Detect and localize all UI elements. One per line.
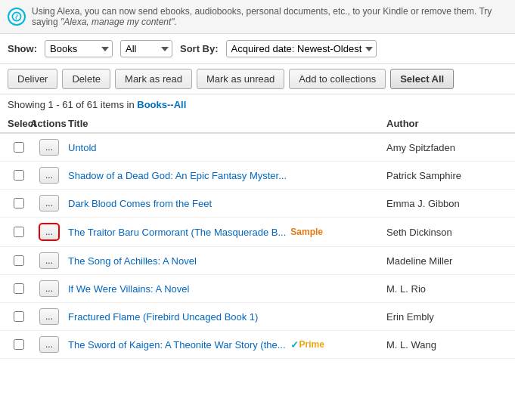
- col-title: Title: [68, 118, 386, 129]
- actions-cell: ...: [30, 195, 68, 212]
- title-link[interactable]: Dark Blood Comes from the Feet: [68, 198, 212, 209]
- checkbox-cell: [8, 170, 30, 181]
- mark-read-button[interactable]: Mark as read: [115, 69, 192, 89]
- showing-text: Showing 1 - 61 of 61 items in Books--All: [0, 94, 515, 115]
- actions-cell: ...: [30, 167, 68, 184]
- row-action-button[interactable]: ...: [39, 139, 59, 156]
- actions-row: Deliver Delete Mark as read Mark as unre…: [0, 64, 515, 94]
- title-link[interactable]: Untold: [68, 142, 97, 153]
- title-link[interactable]: If We Were Villains: A Novel: [68, 283, 189, 295]
- actions-cell: ...: [30, 336, 68, 353]
- col-select: Select: [8, 118, 30, 129]
- checkbox-cell: [8, 198, 30, 208]
- title-cell: The Traitor Baru Cormorant (The Masquera…: [68, 227, 386, 238]
- controls-row: Show: Books Periodicals Docs All All Unr…: [0, 34, 515, 64]
- delete-button[interactable]: Delete: [62, 69, 110, 89]
- table-row: ...UntoldAmy Spitzfaden: [0, 134, 515, 162]
- actions-cell: ...: [30, 139, 68, 156]
- alexa-icon: [8, 8, 26, 26]
- table-body: ...UntoldAmy Spitzfaden...Shadow of a De…: [0, 134, 515, 359]
- title-link[interactable]: The Sword of Kaigen: A Theonite War Stor…: [68, 339, 286, 351]
- author-cell: Amy Spitzfaden: [386, 142, 507, 153]
- table-row: ...Dark Blood Comes from the FeetEmma J.…: [0, 190, 515, 218]
- row-checkbox[interactable]: [14, 142, 24, 153]
- actions-cell: ...: [30, 280, 68, 297]
- table-row: ...The Sword of Kaigen: A Theonite War S…: [0, 331, 515, 359]
- row-checkbox[interactable]: [14, 339, 24, 350]
- title-cell: If We Were Villains: A Novel: [68, 283, 386, 295]
- title-cell: The Song of Achilles: A Novel: [68, 255, 386, 267]
- showing-location: Books--All: [137, 99, 186, 110]
- title-cell: Dark Blood Comes from the Feet: [68, 198, 386, 209]
- title-cell: Shadow of a Dead God: An Epic Fantasy My…: [68, 170, 386, 181]
- table-row: ...Shadow of a Dead God: An Epic Fantasy…: [0, 162, 515, 190]
- title-cell: The Sword of Kaigen: A Theonite War Stor…: [68, 339, 386, 351]
- checkbox-cell: [8, 311, 30, 322]
- checkbox-cell: [8, 255, 30, 266]
- row-checkbox[interactable]: [14, 283, 24, 294]
- row-checkbox[interactable]: [14, 311, 24, 322]
- title-cell: Fractured Flame (Firebird Uncaged Book 1…: [68, 311, 386, 323]
- row-action-button[interactable]: ...: [39, 336, 59, 353]
- add-collections-button[interactable]: Add to collections: [289, 69, 386, 89]
- top-banner: Using Alexa, you can now send ebooks, au…: [0, 0, 515, 34]
- sample-badge: Sample: [290, 227, 323, 237]
- author-cell: Erin Embly: [386, 311, 507, 323]
- sort-select[interactable]: Acquired date: Newest-Oldest Acquired da…: [226, 40, 377, 57]
- table-header: Select Actions Title Author: [0, 115, 515, 134]
- actions-cell: ...: [30, 223, 68, 241]
- checkbox-cell: [8, 283, 30, 294]
- table-row: ...The Song of Achilles: A NovelMadeline…: [0, 247, 515, 275]
- author-cell: Madeline Miller: [386, 255, 507, 267]
- row-action-button[interactable]: ...: [39, 223, 60, 241]
- filter-select[interactable]: Books Periodicals Docs All: [45, 40, 113, 57]
- select-all-button[interactable]: Select All: [390, 69, 454, 89]
- row-action-button[interactable]: ...: [39, 252, 59, 269]
- author-cell: Patrick Samphire: [386, 170, 507, 181]
- checkbox-cell: [8, 142, 30, 153]
- row-checkbox[interactable]: [14, 227, 24, 237]
- row-action-button[interactable]: ...: [39, 308, 59, 325]
- prime-logo: ✓Prime: [290, 339, 324, 351]
- title-cell: Untold: [68, 142, 386, 153]
- deliver-button[interactable]: Deliver: [8, 69, 57, 89]
- table-row: ...Fractured Flame (Firebird Uncaged Boo…: [0, 303, 515, 331]
- sort-label: Sort By:: [180, 43, 219, 54]
- actions-cell: ...: [30, 252, 68, 269]
- author-cell: M. L. Rio: [386, 283, 507, 295]
- row-action-button[interactable]: ...: [39, 167, 59, 184]
- row-action-button[interactable]: ...: [39, 280, 59, 297]
- row-action-button[interactable]: ...: [39, 195, 59, 212]
- checkbox-cell: [8, 339, 30, 350]
- author-cell: Emma J. Gibbon: [386, 198, 507, 209]
- mark-unread-button[interactable]: Mark as unread: [197, 69, 284, 89]
- title-link[interactable]: Fractured Flame (Firebird Uncaged Book 1…: [68, 311, 258, 323]
- title-link[interactable]: Shadow of a Dead God: An Epic Fantasy My…: [68, 170, 287, 181]
- all-select[interactable]: All Unread Read: [120, 40, 172, 57]
- row-checkbox[interactable]: [14, 170, 24, 181]
- show-label: Show:: [8, 43, 37, 54]
- table-row: ...The Traitor Baru Cormorant (The Masqu…: [0, 218, 515, 247]
- author-cell: Seth Dickinson: [386, 227, 507, 238]
- table-row: ...If We Were Villains: A NovelM. L. Rio: [0, 275, 515, 303]
- row-checkbox[interactable]: [14, 255, 24, 266]
- col-actions: Actions: [30, 118, 68, 129]
- actions-cell: ...: [30, 308, 68, 325]
- row-checkbox[interactable]: [14, 198, 24, 208]
- col-author: Author: [386, 118, 507, 129]
- author-cell: M. L. Wang: [386, 339, 507, 351]
- checkbox-cell: [8, 227, 30, 237]
- banner-text: Using Alexa, you can now send ebooks, au…: [32, 6, 507, 27]
- title-link[interactable]: The Traitor Baru Cormorant (The Masquera…: [68, 227, 286, 238]
- title-link[interactable]: The Song of Achilles: A Novel: [68, 255, 197, 267]
